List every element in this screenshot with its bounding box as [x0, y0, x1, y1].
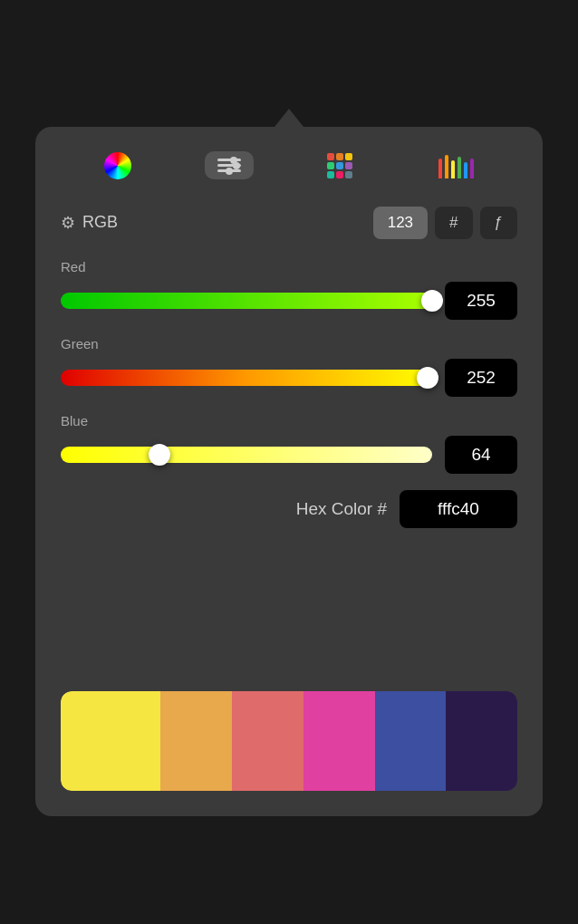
sliders-tab-icon — [217, 159, 241, 172]
wheel-icon — [104, 152, 131, 179]
swatch-salmon[interactable] — [232, 691, 303, 791]
tab-sliders[interactable] — [205, 151, 254, 179]
swatch-orange[interactable] — [160, 691, 232, 791]
swatch-blue[interactable] — [375, 691, 447, 791]
mode-buttons: 123 # ƒ — [373, 207, 517, 239]
green-slider-row: 252 — [61, 359, 517, 397]
mode-label-area: ⚙ RGB — [61, 213, 362, 233]
red-slider-track — [61, 293, 432, 309]
popover-arrow — [275, 109, 303, 127]
red-slider-row: 255 — [61, 282, 517, 320]
pencils-icon — [438, 153, 474, 178]
green-label: Green — [61, 336, 517, 351]
blue-slider-thumb[interactable] — [149, 444, 170, 466]
green-slider-track — [61, 370, 432, 386]
swatch-pink[interactable] — [303, 691, 375, 791]
color-picker-panel: ⚙ RGB 123 # ƒ Red 255 Green — [35, 127, 543, 816]
blue-value-box[interactable]: 64 — [445, 436, 517, 474]
green-slider-thumb[interactable] — [417, 367, 438, 389]
mode-btn-numeric[interactable]: 123 — [373, 207, 428, 239]
tab-wheel[interactable] — [92, 145, 144, 187]
mode-btn-func[interactable]: ƒ — [480, 207, 517, 239]
blue-slider-row: 64 — [61, 436, 517, 474]
tab-bar — [61, 145, 517, 190]
hex-row: Hex Color # fffc40 — [61, 490, 517, 528]
blue-slider-track-wrapper[interactable] — [61, 445, 432, 465]
blue-label: Blue — [61, 413, 517, 428]
tab-pencils[interactable] — [426, 146, 486, 186]
red-slider-track-wrapper[interactable] — [61, 291, 432, 311]
blue-slider-track — [61, 447, 432, 463]
grid-icon — [327, 153, 352, 178]
swatches-row — [61, 691, 517, 791]
hex-value-box[interactable]: fffc40 — [400, 490, 517, 528]
tab-grid[interactable] — [314, 146, 365, 186]
red-label: Red — [61, 259, 517, 274]
mode-sliders-icon: ⚙ — [61, 213, 75, 233]
panel-body: ⚙ RGB 123 # ƒ Red 255 Green — [35, 127, 543, 816]
mode-btn-hex[interactable]: # — [435, 207, 472, 239]
green-slider-section: Green 252 — [61, 336, 517, 397]
mode-text: RGB — [82, 213, 118, 232]
hex-label: Hex Color # — [296, 499, 387, 519]
red-slider-section: Red 255 — [61, 259, 517, 320]
swatch-dark-purple[interactable] — [446, 691, 517, 791]
blue-slider-section: Blue 64 — [61, 413, 517, 474]
red-value-box[interactable]: 255 — [445, 282, 517, 320]
red-slider-thumb[interactable] — [421, 290, 443, 312]
green-slider-track-wrapper[interactable] — [61, 368, 432, 388]
green-value-box[interactable]: 252 — [445, 359, 517, 397]
mode-row: ⚙ RGB 123 # ƒ — [61, 207, 517, 239]
swatch-yellow[interactable] — [61, 691, 160, 791]
